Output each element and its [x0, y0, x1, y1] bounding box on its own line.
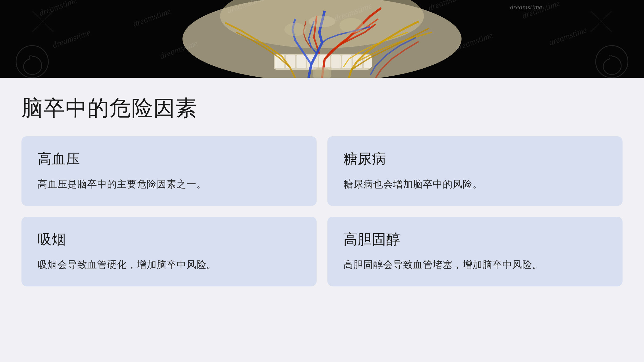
hypertension-title: 高血压 — [38, 150, 301, 168]
diabetes-title: 糖尿病 — [343, 150, 606, 168]
diabetes-desc: 糖尿病也会增加脑卒中的风险。 — [343, 176, 606, 192]
anatomy-illustration: dreamstime dreamstime dreamstime dreamst… — [0, 0, 644, 78]
svg-rect-14 — [315, 68, 329, 76]
svg-rect-9 — [331, 55, 341, 68]
smoking-desc: 吸烟会导致血管硬化，增加脑卒中风险。 — [38, 257, 301, 272]
page-title: 脑卒中的危险因素 — [21, 94, 623, 123]
cholesterol-desc: 高胆固醇会导致血管堵塞，增加脑卒中风险。 — [343, 257, 606, 272]
cholesterol-title: 高胆固醇 — [343, 230, 606, 249]
risk-factors-grid: 高血压 高血压是脑卒中的主要危险因素之一。 糖尿病 糖尿病也会增加脑卒中的风险。… — [21, 136, 623, 286]
svg-text:dreamstime: dreamstime — [510, 3, 542, 11]
hero-section: dreamstime dreamstime dreamstime dreamst… — [0, 0, 644, 78]
svg-rect-5 — [286, 55, 295, 68]
main-content: 脑卒中的危险因素 高血压 高血压是脑卒中的主要危险因素之一。 糖尿病 糖尿病也会… — [0, 78, 644, 362]
svg-point-17 — [309, 16, 335, 27]
smoking-title: 吸烟 — [38, 230, 301, 249]
hypertension-card: 高血压 高血压是脑卒中的主要危险因素之一。 — [21, 136, 317, 206]
hypertension-desc: 高血压是脑卒中的主要危险因素之一。 — [38, 176, 301, 192]
diabetes-card: 糖尿病 糖尿病也会增加脑卒中的风险。 — [327, 136, 623, 206]
svg-rect-6 — [297, 55, 306, 68]
cholesterol-card: 高胆固醇 高胆固醇会导致血管堵塞，增加脑卒中风险。 — [327, 217, 623, 286]
svg-point-15 — [284, 23, 306, 36]
smoking-card: 吸烟 吸烟会导致血管硬化，增加脑卒中风险。 — [21, 217, 317, 286]
